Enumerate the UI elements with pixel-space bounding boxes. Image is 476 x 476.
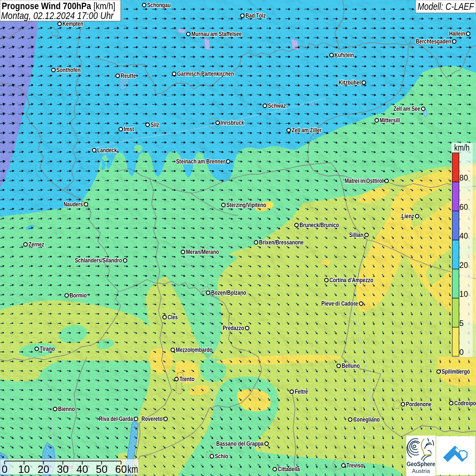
svg-text:Steinach am Brenner: Steinach am Brenner: [176, 158, 225, 165]
svg-text:5: 5: [459, 319, 464, 328]
svg-text:Trento: Trento: [180, 376, 194, 382]
svg-text:Schongau: Schongau: [147, 2, 171, 8]
svg-text:Reutte: Reutte: [121, 72, 136, 79]
svg-text:60: 60: [115, 463, 127, 475]
svg-text:50: 50: [96, 463, 107, 475]
svg-text:Tirano: Tirano: [40, 345, 55, 352]
svg-text:Spilimbergo: Spilimbergo: [442, 368, 470, 375]
svg-text:Codroipo: Codroipo: [454, 400, 476, 407]
svg-text:0: 0: [2, 463, 7, 475]
svg-text:Cittadella: Cittadella: [278, 466, 300, 473]
svg-text:Pieve di Cadore: Pieve di Cadore: [321, 300, 358, 307]
svg-text:Schlanders/Silandro: Schlanders/Silandro: [75, 257, 122, 264]
svg-text:60: 60: [459, 203, 468, 211]
svg-text:Kufstein: Kufstein: [335, 52, 354, 58]
svg-text:Garmisch-Partenkirchen: Garmisch-Partenkirchen: [177, 70, 234, 77]
svg-text:Nauders: Nauders: [64, 201, 83, 208]
svg-text:Zell am See: Zell am See: [393, 105, 420, 112]
svg-text:Bienno: Bienno: [58, 406, 75, 412]
svg-text:Sonthofen: Sonthofen: [56, 67, 81, 73]
svg-text:Brixen/Bressanone: Brixen/Bressanone: [259, 239, 304, 246]
svg-text:Cortina d'Ampezzo: Cortina d'Ampezzo: [329, 277, 373, 284]
svg-text:Murnau am Staffelsee: Murnau am Staffelsee: [191, 31, 242, 37]
svg-text:[km/h]: [km/h]: [94, 1, 115, 11]
svg-text:Bruneck/Brunico: Bruneck/Brunico: [300, 222, 339, 228]
svg-text:Bormio: Bormio: [70, 292, 87, 299]
svg-text:10: 10: [18, 463, 30, 475]
svg-text:Landeck: Landeck: [97, 147, 117, 154]
svg-text:Bassano del Grappa: Bassano del Grappa: [216, 440, 264, 447]
svg-text:Sillian: Sillian: [349, 232, 363, 238]
svg-text:20: 20: [459, 261, 468, 270]
svg-text:Belluno: Belluno: [342, 362, 360, 369]
svg-text:Innsbruck: Innsbruck: [221, 119, 244, 126]
svg-text:Cles: Cles: [168, 314, 178, 321]
svg-text:Treviso: Treviso: [346, 462, 363, 469]
svg-text:Prognose Wind 700hPa: Prognose Wind 700hPa: [2, 1, 91, 11]
svg-text:Kitzbühel: Kitzbühel: [339, 79, 361, 86]
svg-text:Sterzing/Vipiteno: Sterzing/Vipiteno: [226, 202, 266, 208]
svg-text:Meran/Merano: Meran/Merano: [186, 249, 219, 255]
svg-text:Schwaz: Schwaz: [268, 102, 286, 109]
svg-text:Kempten: Kempten: [63, 20, 83, 27]
svg-text:Rovereto: Rovereto: [141, 415, 163, 422]
svg-text:km: km: [128, 463, 138, 475]
svg-text:Lienz: Lienz: [402, 213, 414, 220]
svg-text:Conegliano: Conegliano: [353, 416, 380, 423]
svg-text:Imst: Imst: [124, 126, 134, 133]
svg-text:Hallein: Hallein: [449, 30, 465, 37]
svg-text:Zell am Ziller: Zell am Ziller: [292, 127, 322, 134]
svg-text:0: 0: [459, 348, 464, 357]
svg-text:km/h: km/h: [454, 143, 470, 152]
svg-text:Matrei in Osttirol: Matrei in Osttirol: [345, 177, 384, 184]
svg-text:Pordenone: Pordenone: [406, 401, 431, 408]
svg-text:Mezzolombardo: Mezzolombardo: [176, 346, 213, 353]
svg-text:Berchtesgaden: Berchtesgaden: [416, 38, 451, 45]
svg-text:Riva del Garda: Riva del Garda: [99, 415, 133, 422]
svg-text:20: 20: [37, 463, 49, 475]
svg-text:10: 10: [459, 290, 468, 299]
svg-text:Schio: Schio: [215, 453, 228, 460]
svg-text:Modell: C-LAEF: Modell: C-LAEF: [418, 1, 475, 12]
svg-text:Bad Tölz: Bad Tölz: [245, 12, 266, 19]
svg-text:30: 30: [57, 463, 69, 475]
svg-text:GeoSphere: GeoSphere: [407, 461, 435, 468]
svg-text:40: 40: [76, 463, 88, 475]
svg-text:Montag, 02.12.2024 17:00 Uhr: Montag, 02.12.2024 17:00 Uhr: [1, 10, 114, 21]
svg-text:Feltre: Feltre: [295, 388, 308, 395]
svg-text:Austria: Austria: [412, 468, 430, 474]
svg-text:40: 40: [459, 232, 468, 240]
svg-text:Mittersill: Mittersill: [380, 117, 400, 124]
svg-text:Silz: Silz: [151, 121, 159, 128]
svg-text:Bozen/Bolzano: Bozen/Bolzano: [211, 289, 246, 296]
svg-text:80: 80: [459, 173, 468, 182]
svg-text:Zernez: Zernez: [29, 241, 44, 248]
svg-text:Predazzo: Predazzo: [223, 325, 244, 332]
